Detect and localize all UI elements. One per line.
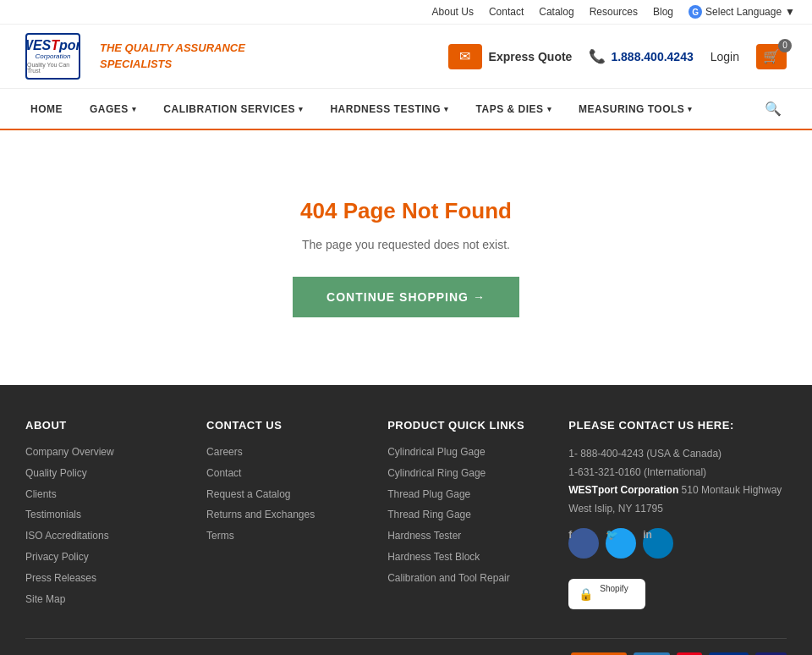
footer-link-testimonials[interactable]: Testimonials	[25, 508, 181, 522]
email-icon: ✉	[448, 44, 482, 69]
phone-icon: 📞	[589, 48, 606, 64]
footer-link-privacy[interactable]: Privacy Policy	[25, 550, 181, 564]
footer-about-heading: ABOUT	[25, 419, 181, 432]
blog-link[interactable]: Blog	[653, 6, 673, 18]
footer-link-iso[interactable]: ISO Accreditations	[25, 529, 181, 543]
logo-image: WESTport Corporation Quality You Can Tru…	[25, 33, 80, 80]
linkedin-icon[interactable]: in	[643, 528, 673, 559]
footer-columns: ABOUT Company Overview Quality Policy Cl…	[25, 419, 787, 613]
footer-link-contact[interactable]: Contact	[206, 466, 362, 481]
shopify-secure-badge: 🔒 ShopifySECURE	[568, 579, 645, 609]
footer-bottom: Copyright © 1994- 2018 WESTport Corporat…	[25, 638, 787, 655]
footer-about: ABOUT Company Overview Quality Policy Cl…	[25, 419, 181, 613]
phone-number[interactable]: 1.888.400.4243	[611, 50, 693, 63]
footer-link-careers[interactable]: Careers	[206, 445, 362, 460]
chevron-down-icon: ▾	[132, 105, 137, 113]
footer-link-sitemap[interactable]: Site Map	[25, 592, 181, 607]
resources-link[interactable]: Resources	[590, 6, 638, 18]
phone-usa: 1- 888-400-4243 (USA & Canada)	[568, 448, 721, 460]
logo-wrapper[interactable]: WESTport Corporation Quality You Can Tru…	[25, 33, 87, 80]
footer-link-catalog[interactable]: Request a Catalog	[206, 487, 362, 502]
footer-contact-here-heading: PLEASE CONTACT US HERE:	[568, 419, 787, 432]
cart-count: 0	[778, 39, 792, 52]
nav-item-taps-dies[interactable]: TAPS & DIES ▾	[463, 91, 565, 127]
footer-link-returns[interactable]: Returns and Exchanges	[206, 508, 362, 522]
about-us-link[interactable]: About Us	[432, 6, 474, 18]
main-content: 404 Page Not Found The page you requeste…	[0, 130, 812, 385]
footer-link-hardness-tester[interactable]: Hardness Tester	[387, 529, 543, 543]
footer-link-plug-gage[interactable]: Cylindrical Plug Gage	[387, 445, 543, 460]
catalog-link[interactable]: Catalog	[539, 6, 573, 18]
top-bar: About Us Contact Catalog Resources Blog …	[0, 0, 812, 25]
continue-shopping-button[interactable]: CONTINUE SHOPPING →	[293, 277, 519, 317]
nav-item-home[interactable]: HOME	[17, 91, 76, 127]
error-message: The page you requested does not exist.	[302, 238, 510, 251]
google-icon: G	[689, 5, 702, 19]
phone-area: 📞 1.888.400.4243	[589, 48, 693, 64]
site-footer: ABOUT Company Overview Quality Policy Cl…	[0, 385, 812, 655]
logo-tagline-quality: Quality You Can Trust	[27, 62, 79, 74]
cart-button[interactable]: 🛒 0	[756, 44, 787, 69]
footer-link-company-overview[interactable]: Company Overview	[25, 445, 181, 460]
header-right: ✉ Express Quote 📞 1.888.400.4243 Login 🛒…	[448, 44, 787, 69]
footer-link-clients[interactable]: Clients	[25, 487, 181, 502]
contact-link[interactable]: Contact	[489, 6, 524, 18]
footer-link-quality-policy[interactable]: Quality Policy	[25, 466, 181, 481]
twitter-icon[interactable]: 🐦	[606, 528, 636, 559]
nav-item-calibration[interactable]: CALIBRATION SERVICES ▾	[150, 91, 316, 127]
search-button[interactable]: 🔍	[751, 89, 795, 129]
footer-link-test-block[interactable]: Hardness Test Block	[387, 550, 543, 564]
login-button[interactable]: Login	[710, 50, 739, 63]
footer-contact-heading: CONTACT US	[206, 419, 362, 432]
footer-link-thread-plug[interactable]: Thread Plug Gage	[387, 487, 543, 502]
logo-text-corporation: Corporation	[36, 52, 71, 60]
main-navigation: HOME GAGES ▾ CALIBRATION SERVICES ▾ HARD…	[0, 89, 812, 130]
chevron-down-icon: ▼	[785, 6, 795, 18]
footer-link-calibration-repair[interactable]: Calibration and Tool Repair	[387, 571, 543, 586]
logo-text-westport: WESTport	[25, 39, 80, 52]
error-title: 404 Page Not Found	[300, 198, 512, 224]
social-icons: f 🐦 in	[568, 528, 787, 565]
chevron-down-icon: ▾	[547, 105, 552, 113]
language-selector[interactable]: G Select Language ▼	[689, 5, 795, 19]
nav-item-measuring-tools[interactable]: MEASURING TOOLS ▾	[565, 91, 706, 127]
phone-intl: 1-631-321-0160 (International)	[568, 466, 706, 478]
footer-contact-here: PLEASE CONTACT US HERE: 1- 888-400-4243 …	[568, 419, 787, 613]
logo-tagline: THE QUALITY ASSURANCE SPECIALISTS	[100, 41, 245, 71]
company-name: WESTport Corporation	[568, 484, 678, 496]
footer-link-terms[interactable]: Terms	[206, 529, 362, 543]
footer-link-press[interactable]: Press Releases	[25, 571, 181, 586]
express-quote-label: Express Quote	[489, 50, 573, 63]
select-language-label: Select Language	[705, 6, 782, 18]
nav-item-hardness[interactable]: HARDNESS TESTING ▾	[316, 91, 462, 127]
footer-link-thread-ring[interactable]: Thread Ring Gage	[387, 508, 543, 522]
chevron-down-icon: ▾	[444, 105, 449, 113]
chevron-down-icon: ▾	[688, 105, 693, 113]
footer-contact-us: CONTACT US Careers Contact Request a Cat…	[206, 419, 362, 613]
lock-icon: 🔒	[579, 587, 593, 601]
footer-product-heading: PRODUCT QUICK LINKS	[387, 419, 543, 432]
site-header: WESTport Corporation Quality You Can Tru…	[0, 25, 812, 89]
footer-product-links: PRODUCT QUICK LINKS Cylindrical Plug Gag…	[387, 419, 543, 613]
logo-area: WESTport Corporation Quality You Can Tru…	[25, 33, 245, 80]
chevron-down-icon: ▾	[299, 105, 304, 113]
footer-link-ring-gage[interactable]: Cylindrical Ring Gage	[387, 466, 543, 481]
express-quote-link[interactable]: ✉ Express Quote	[448, 44, 573, 69]
shopify-label: ShopifySECURE	[600, 584, 635, 604]
facebook-icon[interactable]: f	[568, 528, 599, 559]
nav-item-gages[interactable]: GAGES ▾	[76, 91, 150, 127]
contact-info: 1- 888-400-4243 (USA & Canada) 1-631-321…	[568, 445, 787, 518]
